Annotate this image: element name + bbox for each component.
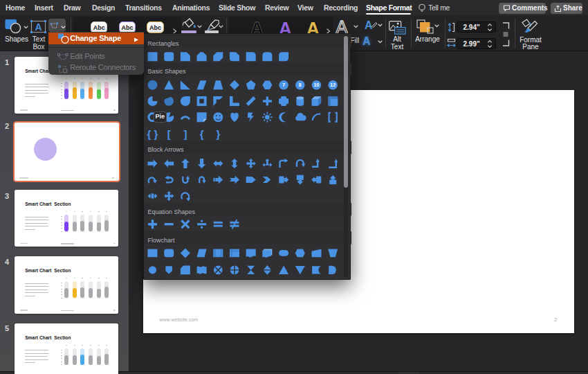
svg-text:12: 12: [330, 82, 336, 87]
svg-text:{ }: { }: [147, 127, 158, 139]
svg-text:Equation Shapes: Equation Shapes: [148, 208, 196, 215]
svg-text:Basic Shapes: Basic Shapes: [148, 68, 187, 75]
svg-text:7: 7: [282, 82, 285, 87]
svg-text:]: ]: [183, 127, 187, 139]
svg-text:Flowchart: Flowchart: [148, 236, 176, 243]
svg-text:8: 8: [299, 82, 302, 87]
svg-text:[: [: [167, 127, 171, 139]
svg-text:10: 10: [314, 82, 320, 87]
svg-text:}: }: [216, 127, 220, 139]
svg-text:Rectangles: Rectangles: [148, 39, 180, 46]
svg-text:Block Arrows: Block Arrows: [148, 146, 185, 153]
svg-text:{: {: [200, 127, 204, 139]
svg-text:A: A: [35, 21, 42, 33]
